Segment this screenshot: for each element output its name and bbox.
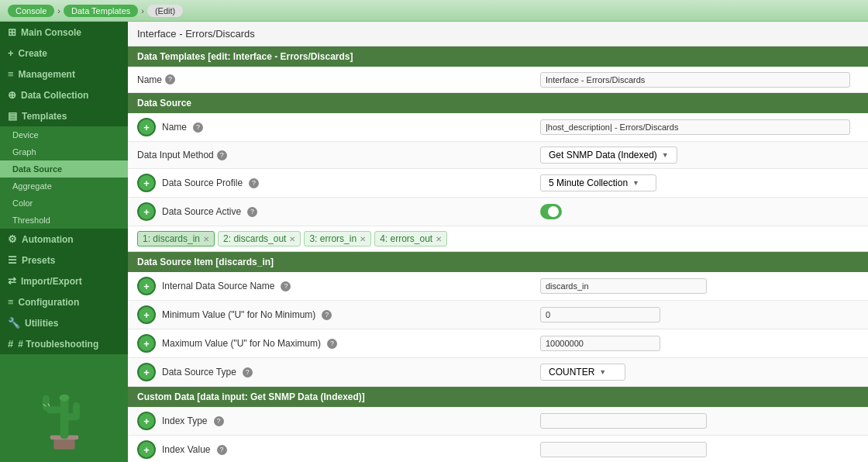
troubleshooting-icon: # xyxy=(8,338,13,350)
max-value-btn[interactable]: + xyxy=(137,334,156,353)
form-row-index-type: + Index Type ? xyxy=(128,407,868,436)
index-value-label: Index Value xyxy=(162,444,211,455)
ds-profile-help-icon[interactable]: ? xyxy=(249,178,259,188)
max-value-help-icon[interactable]: ? xyxy=(327,339,337,349)
min-value-btn[interactable]: + xyxy=(137,305,156,324)
ds-type-help-icon[interactable]: ? xyxy=(243,367,253,378)
sidebar-section-management[interactable]: ≡ Management xyxy=(0,64,128,84)
sidebar-item-graph[interactable]: Graph xyxy=(0,143,128,160)
sidebar-item-color[interactable]: Color xyxy=(0,195,128,212)
ds-name-toggle-btn[interactable]: + xyxy=(137,118,156,136)
tab-bar: 1: discards_in ✕ 2: discards_out ✕ 3: er… xyxy=(128,226,868,252)
form-row-ds-name: + Name ? xyxy=(128,113,868,142)
breadcrumb-data-templates[interactable]: Data Templates xyxy=(64,5,138,17)
sidebar: ⊞ Main Console + Create ≡ Management ⊕ D… xyxy=(0,22,128,462)
ds-active-label: Data Source Active xyxy=(162,206,241,217)
sidebar-section-import-export[interactable]: ⇄ Import/Export xyxy=(0,271,128,291)
sidebar-section-main-console[interactable]: ⊞ Main Console xyxy=(0,22,128,43)
ds-profile-toggle-btn[interactable]: + xyxy=(137,174,156,192)
min-value-input[interactable] xyxy=(540,307,660,322)
ds-profile-dropdown[interactable]: 5 Minute Collection ▼ xyxy=(540,174,656,191)
form-row-index-value: + Index Value ? xyxy=(128,436,868,462)
min-value-label: Minimum Value ("U" for No Minimum) xyxy=(162,309,315,320)
internal-name-btn[interactable]: + xyxy=(137,277,156,295)
ds-type-dropdown[interactable]: COUNTER ▼ xyxy=(540,364,625,381)
min-value-help-icon[interactable]: ? xyxy=(322,310,332,320)
config-icon: ≡ xyxy=(8,296,14,308)
tab-discards-out[interactable]: 2: discards_out ✕ xyxy=(218,231,301,247)
sidebar-item-data-source[interactable]: Data Source xyxy=(0,160,128,178)
page-title: Interface - Errors/Discards xyxy=(128,22,868,47)
internal-name-help-icon[interactable]: ? xyxy=(281,281,291,291)
form-row-name: Name ? xyxy=(128,67,868,93)
internal-name-label: Internal Data Source Name xyxy=(162,281,274,291)
input-method-label: Data Input Method xyxy=(137,150,214,160)
sidebar-logo xyxy=(0,369,128,462)
breadcrumb-console[interactable]: Console xyxy=(8,5,54,17)
sidebar-section-troubleshooting[interactable]: # # Troubleshooting xyxy=(0,333,128,354)
name-help-icon[interactable]: ? xyxy=(165,74,175,84)
name-label: Name xyxy=(137,74,162,85)
ds-active-help-icon[interactable]: ? xyxy=(247,207,257,217)
section-header-custom-data: Custom Data [data input: Get SNMP Data (… xyxy=(128,387,868,407)
tab-close-discards-in[interactable]: ✕ xyxy=(203,235,209,243)
sidebar-item-aggregate[interactable]: Aggregate xyxy=(0,178,128,195)
input-method-dropdown[interactable]: Get SNMP Data (Indexed) ▼ xyxy=(540,147,677,164)
tab-close-errors-out[interactable]: ✕ xyxy=(436,235,442,243)
index-type-btn[interactable]: + xyxy=(137,412,156,430)
tab-discards-in[interactable]: 1: discards_in ✕ xyxy=(137,231,215,247)
sidebar-section-templates[interactable]: ▤ Templates xyxy=(0,105,128,126)
sidebar-item-threshold[interactable]: Threshold xyxy=(0,212,128,229)
internal-name-input[interactable] xyxy=(540,278,707,294)
ds-active-toggle-btn[interactable]: + xyxy=(137,202,156,221)
ds-type-label: Data Source Type xyxy=(162,367,236,378)
ds-profile-value: 5 Minute Collection xyxy=(549,178,628,188)
index-value-help-icon[interactable]: ? xyxy=(217,445,227,455)
svg-rect-4 xyxy=(42,395,49,411)
templates-icon: ▤ xyxy=(8,110,17,122)
input-method-arrow: ▼ xyxy=(662,151,669,159)
sidebar-section-automation[interactable]: ⚙ Automation xyxy=(0,229,128,250)
max-value-label: Maximum Value ("U" for No Maximum) xyxy=(162,338,321,349)
tab-close-discards-out[interactable]: ✕ xyxy=(289,235,295,243)
index-type-input[interactable] xyxy=(540,413,707,429)
tab-errors-in[interactable]: 3: errors_in ✕ xyxy=(304,231,371,247)
max-value-input[interactable] xyxy=(540,336,660,351)
import-export-icon: ⇄ xyxy=(8,275,16,287)
content-area: Interface - Errors/Discards Data Templat… xyxy=(128,22,868,462)
input-method-help-icon[interactable]: ? xyxy=(217,150,227,160)
ds-profile-label: Data Source Profile xyxy=(162,178,243,188)
tab-close-errors-in[interactable]: ✕ xyxy=(360,235,366,243)
index-value-btn[interactable]: + xyxy=(137,440,156,459)
utilities-icon: 🔧 xyxy=(8,317,20,329)
tab-errors-out[interactable]: 4: errors_out ✕ xyxy=(374,231,447,247)
ds-active-toggle[interactable] xyxy=(540,204,562,219)
ds-name-input[interactable] xyxy=(540,119,850,135)
svg-point-7 xyxy=(59,395,69,402)
index-type-help-icon[interactable]: ? xyxy=(214,416,224,426)
sidebar-section-data-collection[interactable]: ⊕ Data Collection xyxy=(0,84,128,105)
collection-icon: ⊕ xyxy=(8,89,16,101)
form-row-internal-name: + Internal Data Source Name ? xyxy=(128,272,868,301)
ds-name-label: Name xyxy=(162,122,187,133)
sidebar-section-create[interactable]: + Create xyxy=(0,43,128,64)
breadcrumb-bar: Console › Data Templates › (Edit) xyxy=(0,0,868,22)
form-row-ds-profile: + Data Source Profile ? 5 Minute Collect… xyxy=(128,169,868,198)
ds-name-help-icon[interactable]: ? xyxy=(193,122,203,133)
section-header-data-source: Data Source xyxy=(128,93,868,113)
automation-icon: ⚙ xyxy=(8,233,17,245)
index-value-input[interactable] xyxy=(540,442,707,457)
breadcrumb-edit[interactable]: (Edit) xyxy=(147,5,183,17)
form-row-input-method: Data Input Method ? Get SNMP Data (Index… xyxy=(128,142,868,169)
form-row-min-value: + Minimum Value ("U" for No Minimum) ? xyxy=(128,301,868,329)
presets-icon: ☰ xyxy=(8,254,17,266)
sidebar-section-presets[interactable]: ☰ Presets xyxy=(0,250,128,271)
ds-type-btn[interactable]: + xyxy=(137,363,156,381)
ds-profile-arrow: ▼ xyxy=(632,179,639,187)
ds-type-value: COUNTER xyxy=(549,367,594,378)
sidebar-section-configuration[interactable]: ≡ Configuration xyxy=(0,291,128,312)
name-input[interactable] xyxy=(540,72,850,88)
section-header-data-templates: Data Templates [edit: Interface - Errors… xyxy=(128,47,868,67)
sidebar-section-utilities[interactable]: 🔧 Utilities xyxy=(0,312,128,333)
sidebar-item-device[interactable]: Device xyxy=(0,126,128,143)
